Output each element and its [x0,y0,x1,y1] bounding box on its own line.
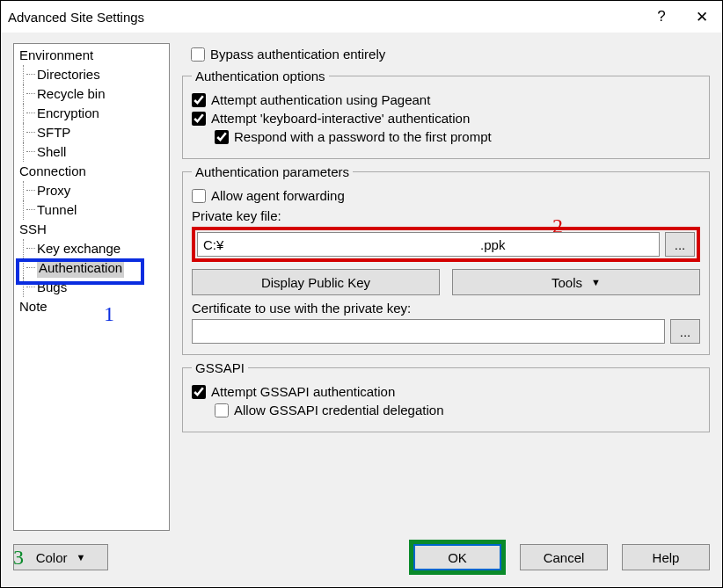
allow-forwarding-label: Allow agent forwarding [211,188,345,203]
certificate-input[interactable] [192,319,665,344]
tools-button[interactable]: Tools▼ [452,269,700,295]
tree-item-bugs[interactable]: Bugs [18,278,169,297]
cancel-button[interactable]: Cancel [520,544,608,570]
chevron-down-icon: ▼ [591,277,601,287]
certificate-label: Certificate to use with the private key: [192,301,700,316]
nav-tree[interactable]: Environment Directories Recycle bin Encr… [13,43,170,531]
private-key-input[interactable] [197,232,660,257]
bypass-auth-checkbox[interactable] [191,47,205,62]
private-key-label: Private key file: [192,208,700,223]
dialog-body: Environment Directories Recycle bin Encr… [1,33,722,538]
tree-item-encryption[interactable]: Encryption [18,104,169,123]
title-bar: Advanced Site Settings ? ✕ [1,1,722,33]
keyboard-interactive-checkbox[interactable] [192,112,206,126]
tree-item-note[interactable]: Note [18,297,169,316]
respond-password-label: Respond with a password to the first pro… [234,129,492,144]
gssapi-legend: GSSAPI [192,360,248,375]
gssapi-delegate-checkbox[interactable] [215,403,229,417]
tree-item-tunnel[interactable]: Tunnel [18,200,169,220]
pageant-checkbox[interactable] [192,93,206,107]
tree-item-key-exchange[interactable]: Key exchange [18,239,169,258]
tree-panel: Environment Directories Recycle bin Encr… [13,43,170,531]
auth-params-legend: Authentication parameters [192,164,353,179]
tree-item-shell[interactable]: Shell [18,142,169,162]
gssapi-attempt-label: Attempt GSSAPI authentication [211,384,395,399]
help-button[interactable]: ? [641,1,682,33]
auth-params-group: Authentication parameters Allow agent fo… [182,164,710,355]
bypass-auth-label: Bypass authentication entirely [210,47,385,62]
tree-item-connection[interactable]: Connection [18,162,169,181]
annotation-box-2: ... [192,227,700,262]
color-button[interactable]: Color▼ [13,544,108,570]
tree-item-proxy[interactable]: Proxy [18,181,169,200]
annotation-box-3: OK [409,540,506,575]
pageant-label: Attempt authentication using Pageant [211,92,430,107]
allow-forwarding-checkbox[interactable] [192,189,206,203]
help-button-bottom[interactable]: Help [622,544,710,570]
certificate-browse-button[interactable]: ... [670,319,700,344]
tree-item-recycle-bin[interactable]: Recycle bin [18,84,169,104]
auth-options-legend: Authentication options [192,69,329,83]
gssapi-attempt-checkbox[interactable] [192,385,206,399]
ok-button[interactable]: OK [413,544,501,570]
gssapi-group: GSSAPI Attempt GSSAPI authentication All… [182,360,710,432]
display-public-key-button[interactable]: Display Public Key [192,269,440,295]
close-button[interactable]: ✕ [682,1,722,33]
close-icon: ✕ [696,8,708,26]
tree-item-sftp[interactable]: SFTP [18,123,169,142]
tree-item-environment[interactable]: Environment [18,46,169,65]
respond-password-checkbox[interactable] [215,130,229,144]
tree-item-ssh[interactable]: SSH [18,220,169,239]
keyboard-interactive-label: Attempt 'keyboard-interactive' authentic… [211,111,470,126]
private-key-browse-button[interactable]: ... [665,232,695,257]
chevron-down-icon: ▼ [76,552,85,563]
bottom-bar: Color▼ 3 OK Cancel Help [1,538,722,587]
gssapi-delegate-label: Allow GSSAPI credential delegation [234,403,443,417]
tree-item-authentication[interactable]: Authentication [18,258,169,278]
auth-options-group: Authentication options Attempt authentic… [182,69,710,159]
tree-item-directories[interactable]: Directories [18,65,169,84]
window-title: Advanced Site Settings [8,10,641,25]
settings-content: Bypass authentication entirely Authentic… [182,43,710,531]
